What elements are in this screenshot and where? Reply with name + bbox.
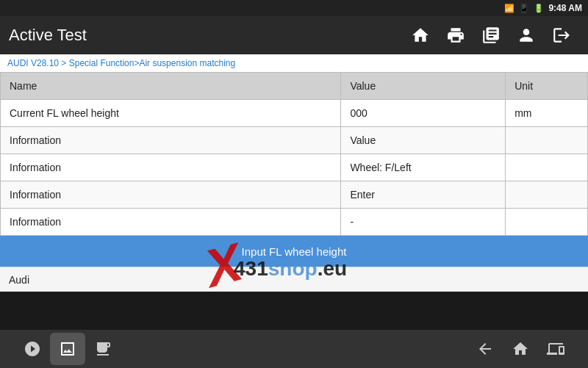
breadcrumb: AUDI V28.10 > Special Function>Air suspe…	[7, 58, 235, 68]
brand-row: Audi	[0, 267, 588, 292]
table-body: Current FL wheel height000mmInformationV…	[1, 100, 588, 236]
scan-icon	[481, 26, 501, 45]
action-bar[interactable]: Input FL wheel height	[0, 236, 588, 267]
cell-unit	[506, 209, 588, 236]
table-row: Current FL wheel height000mm	[1, 100, 588, 127]
home-nav-icon	[512, 340, 529, 358]
cell-name: Information	[1, 154, 341, 181]
screenshot-nav-button[interactable]	[50, 333, 85, 365]
table-row: InformationWheel: F/Left	[1, 154, 588, 181]
wifi-icon: 📶	[504, 4, 514, 13]
screenshot-icon	[59, 340, 76, 358]
exit-icon	[552, 26, 571, 45]
settings-nav-button[interactable]	[15, 333, 50, 365]
status-time: 9:48 AM	[548, 3, 582, 13]
cell-unit: mm	[506, 100, 588, 127]
cell-value: Wheel: F/Left	[341, 154, 506, 181]
table-row: Information-	[1, 209, 588, 236]
action-label: Input FL wheel height	[242, 245, 347, 258]
col-header-unit: Unit	[506, 73, 588, 100]
cell-value: Enter	[341, 181, 506, 209]
breadcrumb-bar: AUDI V28.10 > Special Function>Air suspe…	[0, 54, 588, 72]
back-icon	[476, 340, 494, 358]
battery-icon: 🔋	[534, 4, 544, 13]
page-title: Active Test	[9, 26, 403, 45]
status-bar: 📶 📱 🔋 9:48 AM	[0, 0, 588, 16]
bluetooth-icon: 📱	[519, 4, 529, 13]
cell-unit	[506, 181, 588, 209]
cell-name: Information	[1, 209, 341, 236]
cell-value: -	[341, 209, 506, 236]
cell-unit	[506, 127, 588, 154]
header: Active Test	[0, 16, 588, 54]
table-row: InformationValue	[1, 127, 588, 154]
print-button[interactable]	[438, 16, 473, 54]
cell-name: Information	[1, 181, 341, 209]
bottom-nav	[0, 330, 588, 368]
exit-button[interactable]	[544, 16, 579, 54]
home-button[interactable]	[403, 16, 438, 54]
settings-icon	[24, 340, 41, 358]
home-nav-button[interactable]	[503, 333, 538, 365]
cell-value: 000	[341, 100, 506, 127]
data-table: Name Value Unit Current FL wheel height0…	[0, 72, 588, 236]
back-nav-button[interactable]	[467, 333, 503, 365]
recent-nav-button[interactable]	[538, 333, 573, 365]
col-header-value: Value	[341, 73, 506, 100]
cell-value: Value	[341, 127, 506, 154]
brand-label: Audi	[9, 274, 29, 286]
recent-icon	[547, 340, 564, 358]
col-header-name: Name	[1, 73, 341, 100]
scan-button[interactable]	[473, 16, 509, 54]
print-icon	[446, 26, 465, 45]
user-icon	[517, 26, 536, 45]
table-header-row: Name Value Unit	[1, 73, 588, 100]
table-row: InformationEnter	[1, 181, 588, 209]
user-button[interactable]	[509, 16, 544, 54]
diagnostics-nav-button[interactable]	[85, 333, 121, 365]
cell-name: Information	[1, 127, 341, 154]
diagnostics-icon	[94, 340, 112, 358]
cell-unit	[506, 154, 588, 181]
cell-name: Current FL wheel height	[1, 100, 341, 127]
home-icon	[411, 26, 430, 45]
